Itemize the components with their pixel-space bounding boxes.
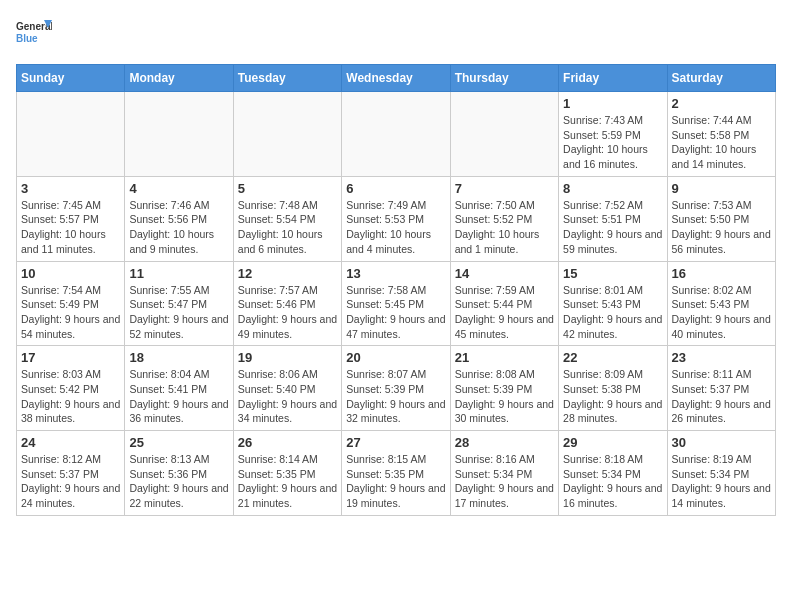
calendar-cell: 20Sunrise: 8:07 AM Sunset: 5:39 PM Dayli… — [342, 346, 450, 431]
day-number: 12 — [238, 266, 337, 281]
day-number: 15 — [563, 266, 662, 281]
day-info: Sunrise: 7:52 AM Sunset: 5:51 PM Dayligh… — [563, 198, 662, 257]
calendar-cell: 7Sunrise: 7:50 AM Sunset: 5:52 PM Daylig… — [450, 176, 558, 261]
calendar-cell — [17, 92, 125, 177]
calendar-cell: 9Sunrise: 7:53 AM Sunset: 5:50 PM Daylig… — [667, 176, 775, 261]
day-number: 28 — [455, 435, 554, 450]
day-info: Sunrise: 8:13 AM Sunset: 5:36 PM Dayligh… — [129, 452, 228, 511]
calendar-cell — [125, 92, 233, 177]
day-number: 20 — [346, 350, 445, 365]
day-info: Sunrise: 7:57 AM Sunset: 5:46 PM Dayligh… — [238, 283, 337, 342]
day-info: Sunrise: 7:50 AM Sunset: 5:52 PM Dayligh… — [455, 198, 554, 257]
day-header-wednesday: Wednesday — [342, 65, 450, 92]
calendar-cell: 29Sunrise: 8:18 AM Sunset: 5:34 PM Dayli… — [559, 431, 667, 516]
calendar-cell: 24Sunrise: 8:12 AM Sunset: 5:37 PM Dayli… — [17, 431, 125, 516]
day-number: 13 — [346, 266, 445, 281]
day-info: Sunrise: 8:16 AM Sunset: 5:34 PM Dayligh… — [455, 452, 554, 511]
calendar: SundayMondayTuesdayWednesdayThursdayFrid… — [16, 64, 776, 516]
calendar-cell: 8Sunrise: 7:52 AM Sunset: 5:51 PM Daylig… — [559, 176, 667, 261]
calendar-cell: 10Sunrise: 7:54 AM Sunset: 5:49 PM Dayli… — [17, 261, 125, 346]
calendar-cell: 5Sunrise: 7:48 AM Sunset: 5:54 PM Daylig… — [233, 176, 341, 261]
calendar-cell: 18Sunrise: 8:04 AM Sunset: 5:41 PM Dayli… — [125, 346, 233, 431]
day-info: Sunrise: 8:08 AM Sunset: 5:39 PM Dayligh… — [455, 367, 554, 426]
day-info: Sunrise: 8:01 AM Sunset: 5:43 PM Dayligh… — [563, 283, 662, 342]
day-info: Sunrise: 7:48 AM Sunset: 5:54 PM Dayligh… — [238, 198, 337, 257]
day-info: Sunrise: 8:18 AM Sunset: 5:34 PM Dayligh… — [563, 452, 662, 511]
calendar-cell: 26Sunrise: 8:14 AM Sunset: 5:35 PM Dayli… — [233, 431, 341, 516]
day-info: Sunrise: 8:04 AM Sunset: 5:41 PM Dayligh… — [129, 367, 228, 426]
calendar-cell: 28Sunrise: 8:16 AM Sunset: 5:34 PM Dayli… — [450, 431, 558, 516]
calendar-cell: 4Sunrise: 7:46 AM Sunset: 5:56 PM Daylig… — [125, 176, 233, 261]
calendar-cell: 16Sunrise: 8:02 AM Sunset: 5:43 PM Dayli… — [667, 261, 775, 346]
day-number: 4 — [129, 181, 228, 196]
calendar-cell: 12Sunrise: 7:57 AM Sunset: 5:46 PM Dayli… — [233, 261, 341, 346]
day-header-saturday: Saturday — [667, 65, 775, 92]
day-info: Sunrise: 8:19 AM Sunset: 5:34 PM Dayligh… — [672, 452, 771, 511]
day-info: Sunrise: 7:45 AM Sunset: 5:57 PM Dayligh… — [21, 198, 120, 257]
day-number: 25 — [129, 435, 228, 450]
logo: General Blue — [16, 16, 52, 52]
day-header-friday: Friday — [559, 65, 667, 92]
calendar-cell: 19Sunrise: 8:06 AM Sunset: 5:40 PM Dayli… — [233, 346, 341, 431]
day-info: Sunrise: 8:09 AM Sunset: 5:38 PM Dayligh… — [563, 367, 662, 426]
header: General Blue — [16, 16, 776, 52]
day-number: 5 — [238, 181, 337, 196]
calendar-header-row: SundayMondayTuesdayWednesdayThursdayFrid… — [17, 65, 776, 92]
day-number: 14 — [455, 266, 554, 281]
calendar-cell: 2Sunrise: 7:44 AM Sunset: 5:58 PM Daylig… — [667, 92, 775, 177]
calendar-cell: 6Sunrise: 7:49 AM Sunset: 5:53 PM Daylig… — [342, 176, 450, 261]
day-info: Sunrise: 7:49 AM Sunset: 5:53 PM Dayligh… — [346, 198, 445, 257]
day-header-thursday: Thursday — [450, 65, 558, 92]
day-info: Sunrise: 7:58 AM Sunset: 5:45 PM Dayligh… — [346, 283, 445, 342]
calendar-cell: 23Sunrise: 8:11 AM Sunset: 5:37 PM Dayli… — [667, 346, 775, 431]
calendar-cell: 17Sunrise: 8:03 AM Sunset: 5:42 PM Dayli… — [17, 346, 125, 431]
day-number: 1 — [563, 96, 662, 111]
calendar-cell — [342, 92, 450, 177]
day-number: 26 — [238, 435, 337, 450]
week-row-0: 1Sunrise: 7:43 AM Sunset: 5:59 PM Daylig… — [17, 92, 776, 177]
day-number: 2 — [672, 96, 771, 111]
day-number: 17 — [21, 350, 120, 365]
week-row-1: 3Sunrise: 7:45 AM Sunset: 5:57 PM Daylig… — [17, 176, 776, 261]
day-info: Sunrise: 8:02 AM Sunset: 5:43 PM Dayligh… — [672, 283, 771, 342]
day-info: Sunrise: 7:59 AM Sunset: 5:44 PM Dayligh… — [455, 283, 554, 342]
logo-svg: General Blue — [16, 16, 52, 52]
calendar-cell: 25Sunrise: 8:13 AM Sunset: 5:36 PM Dayli… — [125, 431, 233, 516]
week-row-2: 10Sunrise: 7:54 AM Sunset: 5:49 PM Dayli… — [17, 261, 776, 346]
day-number: 9 — [672, 181, 771, 196]
day-number: 21 — [455, 350, 554, 365]
day-header-monday: Monday — [125, 65, 233, 92]
week-row-4: 24Sunrise: 8:12 AM Sunset: 5:37 PM Dayli… — [17, 431, 776, 516]
day-header-sunday: Sunday — [17, 65, 125, 92]
day-number: 16 — [672, 266, 771, 281]
day-info: Sunrise: 8:11 AM Sunset: 5:37 PM Dayligh… — [672, 367, 771, 426]
day-header-tuesday: Tuesday — [233, 65, 341, 92]
day-info: Sunrise: 8:03 AM Sunset: 5:42 PM Dayligh… — [21, 367, 120, 426]
day-number: 8 — [563, 181, 662, 196]
day-number: 11 — [129, 266, 228, 281]
day-info: Sunrise: 7:54 AM Sunset: 5:49 PM Dayligh… — [21, 283, 120, 342]
day-info: Sunrise: 8:07 AM Sunset: 5:39 PM Dayligh… — [346, 367, 445, 426]
day-number: 18 — [129, 350, 228, 365]
calendar-cell — [233, 92, 341, 177]
calendar-cell: 1Sunrise: 7:43 AM Sunset: 5:59 PM Daylig… — [559, 92, 667, 177]
calendar-cell: 13Sunrise: 7:58 AM Sunset: 5:45 PM Dayli… — [342, 261, 450, 346]
svg-text:Blue: Blue — [16, 33, 38, 44]
calendar-cell: 22Sunrise: 8:09 AM Sunset: 5:38 PM Dayli… — [559, 346, 667, 431]
calendar-cell: 30Sunrise: 8:19 AM Sunset: 5:34 PM Dayli… — [667, 431, 775, 516]
calendar-cell — [450, 92, 558, 177]
calendar-cell: 11Sunrise: 7:55 AM Sunset: 5:47 PM Dayli… — [125, 261, 233, 346]
calendar-cell: 21Sunrise: 8:08 AM Sunset: 5:39 PM Dayli… — [450, 346, 558, 431]
day-number: 24 — [21, 435, 120, 450]
day-number: 22 — [563, 350, 662, 365]
day-info: Sunrise: 7:55 AM Sunset: 5:47 PM Dayligh… — [129, 283, 228, 342]
day-info: Sunrise: 7:53 AM Sunset: 5:50 PM Dayligh… — [672, 198, 771, 257]
day-number: 10 — [21, 266, 120, 281]
day-number: 30 — [672, 435, 771, 450]
day-info: Sunrise: 7:46 AM Sunset: 5:56 PM Dayligh… — [129, 198, 228, 257]
week-row-3: 17Sunrise: 8:03 AM Sunset: 5:42 PM Dayli… — [17, 346, 776, 431]
day-number: 3 — [21, 181, 120, 196]
calendar-cell: 3Sunrise: 7:45 AM Sunset: 5:57 PM Daylig… — [17, 176, 125, 261]
day-info: Sunrise: 7:43 AM Sunset: 5:59 PM Dayligh… — [563, 113, 662, 172]
day-info: Sunrise: 8:12 AM Sunset: 5:37 PM Dayligh… — [21, 452, 120, 511]
